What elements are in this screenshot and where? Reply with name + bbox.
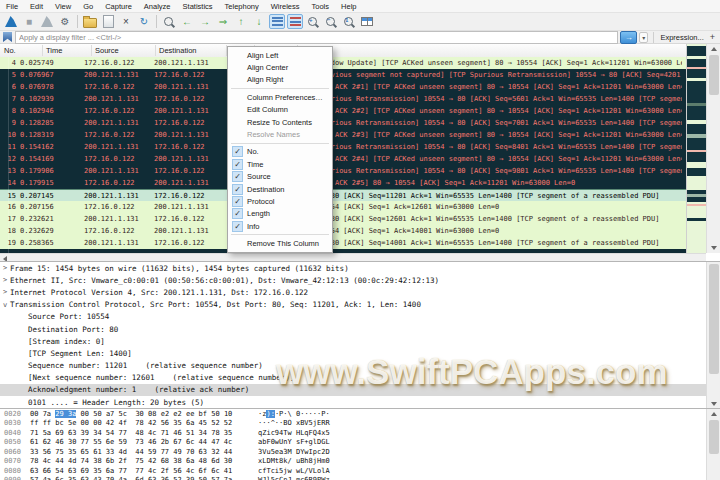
context-menu-item-align-left[interactable]: Align Left	[228, 49, 332, 61]
detail-line[interactable]: >Frame 15: 1454 bytes on wire (11632 bit…	[0, 262, 720, 274]
scroll-up-icon[interactable]	[707, 409, 720, 419]
column-header-destination[interactable]: Destination	[159, 46, 197, 55]
go-to-packet-icon[interactable]: ⇒	[215, 14, 231, 29]
context-menu-item-time[interactable]: ✓Time	[228, 158, 332, 170]
menu-tools[interactable]: Tools	[306, 2, 336, 11]
menu-wireless[interactable]: Wireless	[265, 2, 306, 11]
hex-row[interactable]: 0030ff ff bc 5e 00 00 42 4f 78 42 56 35 …	[0, 419, 720, 429]
hex-row[interactable]: 004071 5a 69 63 39 34 54 77 48 4c 71 46 …	[0, 428, 720, 438]
collapsed-arrow-icon[interactable]: >	[0, 264, 10, 272]
detail-line[interactable]: Destination Port: 80	[0, 323, 720, 335]
scroll-up-icon[interactable]	[707, 44, 720, 54]
go-to-bottom-icon[interactable]: ↓	[251, 14, 267, 29]
stop-capture-icon[interactable]: ■	[21, 14, 37, 29]
menu-go[interactable]: Go	[77, 2, 99, 11]
go-back-icon[interactable]: ←	[179, 14, 195, 29]
capture-options-icon[interactable]: ⚙	[57, 14, 73, 29]
scrollbar-thumb[interactable]	[709, 264, 719, 374]
packet-row[interactable]: 110.154162200.121.1.131172.16.0.122[TCP …	[0, 141, 686, 153]
reload-icon[interactable]: ↻	[136, 14, 152, 29]
save-capture-icon[interactable]	[100, 14, 116, 29]
menu-telephony[interactable]: Telephony	[219, 2, 265, 11]
packet-row[interactable]: 50.076967200.121.1.131172.16.0.122[TCP P…	[0, 69, 686, 81]
details-scrollbar[interactable]	[706, 262, 720, 409]
packet-row[interactable]: 150.207145200.121.1.131172.16.0.12210554…	[0, 189, 686, 201]
zoom-100-icon[interactable]: 1	[341, 14, 357, 29]
packet-row[interactable]: 60.076978172.16.0.122200.121.1.131[TCP D…	[0, 81, 686, 93]
context-menu-item-edit-column[interactable]: Edit Column	[228, 104, 332, 116]
hex-row[interactable]: 009057 4a 6c 35 63 43 70 4a 6d 63 36 52 …	[0, 476, 720, 480]
context-menu-item-protocol[interactable]: ✓Protocol	[228, 195, 332, 207]
filter-dropdown-icon[interactable]: ▾	[639, 32, 648, 43]
detail-line[interactable]: Acknowledgment number: 1 (relative ack n…	[0, 384, 720, 396]
column-divider[interactable]	[91, 45, 92, 56]
column-divider[interactable]	[155, 45, 156, 56]
packet-row[interactable]: 190.258365200.121.1.131172.16.0.12210554…	[0, 237, 686, 249]
hex-row[interactable]: 008063 66 54 63 69 35 6a 77 77 4c 2f 56 …	[0, 466, 720, 476]
detail-line[interactable]: [Next sequence number: 12601 (relative s…	[0, 372, 720, 384]
packet-row[interactable]: 180.232629172.16.0.122200.121.1.13180 → …	[0, 225, 686, 237]
packet-row[interactable]: 90.128285200.121.1.131172.16.0.122[TCP S…	[0, 117, 686, 129]
menu-statistics[interactable]: Statistics	[177, 2, 219, 11]
detail-line[interactable]: Sequence number: 11201 (relative sequenc…	[0, 360, 720, 372]
hex-row[interactable]: 005061 62 46 30 77 55 6e 59 73 46 2b 67 …	[0, 438, 720, 448]
display-filter-input[interactable]	[15, 31, 618, 44]
context-menu-item-resize-to-contents[interactable]: Resize To Contents	[228, 116, 332, 128]
packet-row[interactable]: 130.179906200.121.1.131172.16.0.122[TCP …	[0, 165, 686, 177]
menu-view[interactable]: View	[49, 2, 77, 11]
resize-columns-icon[interactable]	[359, 14, 375, 29]
packet-list-hscrollbar[interactable]	[0, 253, 706, 261]
colorize-icon[interactable]	[269, 14, 285, 29]
context-menu-item-no[interactable]: ✓No.	[228, 146, 332, 158]
close-capture-icon[interactable]: ×	[118, 14, 134, 29]
packet-row[interactable]: 70.102939200.121.1.131172.16.0.122[TCP S…	[0, 93, 686, 105]
menu-analyze[interactable]: Analyze	[138, 2, 177, 11]
context-menu-item-align-right[interactable]: Align Right	[228, 74, 332, 86]
zoom-out-icon[interactable]: −	[323, 14, 339, 29]
restart-capture-icon[interactable]	[39, 14, 55, 29]
context-menu-item-resolve-names[interactable]: Resolve Names	[228, 128, 332, 140]
intelligent-scrollbar-minimap[interactable]	[686, 44, 706, 253]
expression-button[interactable]: Expression...	[656, 33, 707, 42]
hex-row[interactable]: 007078 4c 44 4d 74 38 6b 2f 75 42 68 38 …	[0, 457, 720, 467]
packet-row[interactable]: 160.207156172.16.0.122200.121.1.13180 → …	[0, 201, 686, 213]
detail-line[interactable]: 0101 .... = Header Length: 20 bytes (5)	[0, 396, 720, 408]
packet-bytes-pane[interactable]: 002000 7a 29 3a 00 50 a7 5c 30 08 e2 e2 …	[0, 408, 720, 480]
packet-row[interactable]: 80.102946172.16.0.122200.121.1.131[TCP D…	[0, 105, 686, 117]
apply-filter-button[interactable]: →	[620, 31, 637, 44]
open-capture-icon[interactable]	[82, 14, 98, 29]
detail-line[interactable]: [Stream index: 0]	[0, 335, 720, 347]
add-filter-button[interactable]: +	[708, 32, 720, 42]
expanded-arrow-icon[interactable]: v	[0, 301, 10, 309]
packet-row[interactable]: 140.179915172.16.0.122200.121.1.131[TCP …	[0, 177, 686, 189]
context-menu-item-destination[interactable]: ✓Destination	[228, 183, 332, 195]
detail-line[interactable]: >Ethernet II, Src: Vmware_c0:00:01 (00:5…	[0, 274, 720, 286]
packet-row[interactable]: 40.025749172.16.0.122200.121.1.131[TCP W…	[0, 57, 686, 69]
packet-row[interactable]: 100.128319172.16.0.122200.121.1.131[TCP …	[0, 129, 686, 141]
auto-scroll-icon[interactable]	[287, 14, 303, 29]
bytes-scrollbar[interactable]	[706, 409, 720, 480]
detail-line[interactable]: [TCP Segment Len: 1400]	[0, 347, 720, 359]
column-header-source[interactable]: Source	[95, 46, 119, 55]
detail-line[interactable]: Source Port: 10554	[0, 311, 720, 323]
column-header-time[interactable]: Time	[46, 46, 62, 55]
menu-file[interactable]: File	[0, 2, 24, 11]
find-packet-icon[interactable]	[161, 14, 177, 29]
start-capture-icon[interactable]	[3, 14, 19, 29]
packet-list-header[interactable]: No.TimeSourceDestinationProtocolLengthIn…	[0, 44, 706, 58]
context-menu-item-length[interactable]: ✓Length	[228, 208, 332, 220]
detail-line[interactable]: >Internet Protocol Version 4, Src: 200.1…	[0, 286, 720, 298]
go-forward-icon[interactable]: →	[197, 14, 213, 29]
context-menu-item-remove-this-column[interactable]: Remove This Column	[228, 237, 332, 249]
zoom-in-icon[interactable]: +	[305, 14, 321, 29]
scroll-down-icon[interactable]	[707, 243, 720, 253]
packet-list-scrollbar[interactable]	[706, 44, 720, 253]
scrollbar-thumb[interactable]	[709, 55, 719, 95]
context-menu-item-source[interactable]: ✓Source	[228, 171, 332, 183]
context-menu-item-info[interactable]: ✓Info	[228, 220, 332, 232]
detail-line[interactable]: vTransmission Control Protocol, Src Port…	[0, 299, 720, 311]
hex-row[interactable]: 006033 56 75 35 65 61 33 4d 44 59 77 49 …	[0, 447, 720, 457]
go-to-top-icon[interactable]: ↑	[233, 14, 249, 29]
context-menu-item-column-preferences[interactable]: Column Preferences…	[228, 91, 332, 103]
collapsed-arrow-icon[interactable]: >	[0, 288, 10, 296]
